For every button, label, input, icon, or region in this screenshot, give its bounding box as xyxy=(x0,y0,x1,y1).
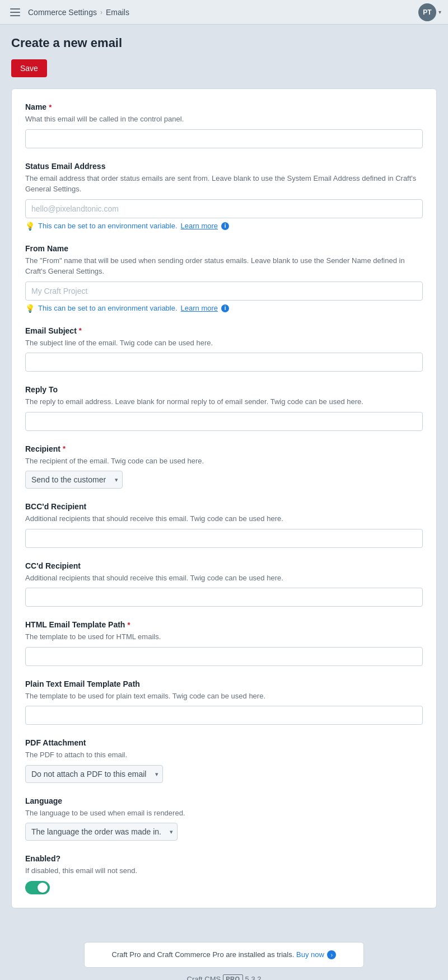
hamburger-line-2 xyxy=(10,12,20,13)
reply-to-description: The reply to email address. Leave blank … xyxy=(25,396,423,407)
recipient-label: Recipient * xyxy=(25,444,423,453)
html-template-required-star: * xyxy=(127,621,130,629)
status-email-info-icon[interactable]: i xyxy=(221,222,229,230)
enabled-toggle-wrapper xyxy=(25,881,423,894)
footer-area: Craft Pro and Craft Commerce Pro are ins… xyxy=(0,931,448,981)
from-name-field: From Name The "From" name that will be u… xyxy=(25,244,423,313)
buy-now-link[interactable]: Buy now xyxy=(296,950,324,959)
bcc-recipient-input[interactable] xyxy=(25,529,423,548)
plain-text-template-input[interactable] xyxy=(25,706,423,725)
bcc-recipient-field: BCC'd Recipient Additional recipients th… xyxy=(25,502,423,548)
plain-text-template-path-field: Plain Text Email Template Path The templ… xyxy=(25,679,423,725)
language-field: Language The language to be used when em… xyxy=(25,796,423,841)
plain-text-template-label: Plain Text Email Template Path xyxy=(25,679,423,688)
main-content: Create a new email Save Name * What this… xyxy=(0,25,448,931)
status-email-description: The email address that order status emai… xyxy=(25,173,423,195)
top-nav: Commerce Settings › Emails PT ▾ xyxy=(0,0,448,25)
recipient-select[interactable]: Send to the customer Custom recipient xyxy=(25,471,123,489)
from-name-label: From Name xyxy=(25,244,423,253)
from-name-env-hint: 💡 This can be set to an environment vari… xyxy=(25,304,423,313)
from-name-env-text: This can be set to an environment variab… xyxy=(38,304,178,312)
breadcrumb-emails: Emails xyxy=(106,8,129,17)
hamburger-line-1 xyxy=(10,8,20,10)
cc-recipient-label: CC'd Recipient xyxy=(25,561,423,570)
recipient-description: The recipient of the email. Twig code ca… xyxy=(25,456,423,467)
from-name-description: The "From" name that will be used when s… xyxy=(25,255,423,277)
trial-banner: Craft Pro and Craft Commerce Pro are ins… xyxy=(84,942,364,968)
html-template-input[interactable] xyxy=(25,647,423,666)
status-email-input[interactable] xyxy=(25,199,423,218)
name-required-star: * xyxy=(49,103,52,111)
page-title: Create a new email xyxy=(11,36,437,50)
craft-footer: Craft CMS PRO 5.3.2 xyxy=(187,974,262,980)
html-template-label: HTML Email Template Path * xyxy=(25,620,423,629)
craft-cms-label: Craft CMS xyxy=(187,975,221,981)
trial-text: Craft Pro and Craft Commerce Pro are ins… xyxy=(112,950,295,959)
email-subject-label: Email Subject * xyxy=(25,326,423,335)
cc-recipient-description: Additional recipients that should receiv… xyxy=(25,573,423,584)
status-email-env-hint: 💡 This can be set to an environment vari… xyxy=(25,222,423,231)
cc-recipient-field: CC'd Recipient Additional recipients tha… xyxy=(25,561,423,607)
hamburger-button[interactable] xyxy=(7,5,24,20)
plain-text-template-description: The template to be used for plain text e… xyxy=(25,691,423,702)
enabled-label: Enabled? xyxy=(25,854,423,863)
pdf-attachment-select[interactable]: Do not attach a PDF to this email xyxy=(25,765,163,783)
bcc-recipient-description: Additional recipients that should receiv… xyxy=(25,513,423,524)
name-field: Name * What this email will be called in… xyxy=(25,102,423,148)
toggle-knob xyxy=(38,883,48,893)
recipient-field: Recipient * The recipient of the email. … xyxy=(25,444,423,489)
pdf-attachment-select-wrapper: Do not attach a PDF to this email ▾ xyxy=(25,765,163,783)
enabled-field: Enabled? If disabled, this email will no… xyxy=(25,854,423,894)
pdf-attachment-description: The PDF to attach to this email. xyxy=(25,749,423,761)
email-subject-description: The subject line of the email. Twig code… xyxy=(25,337,423,349)
bulb-icon: 💡 xyxy=(25,222,35,231)
status-email-label: Status Email Address xyxy=(25,162,423,171)
save-button[interactable]: Save xyxy=(11,59,47,77)
email-subject-field: Email Subject * The subject line of the … xyxy=(25,326,423,372)
name-description: What this email will be called in the co… xyxy=(25,114,423,125)
html-template-path-field: HTML Email Template Path * The template … xyxy=(25,620,423,666)
email-subject-required-star: * xyxy=(79,326,82,335)
name-input[interactable] xyxy=(25,129,423,148)
language-description: The language to be used when email is re… xyxy=(25,808,423,819)
bcc-recipient-label: BCC'd Recipient xyxy=(25,502,423,511)
hamburger-line-3 xyxy=(10,15,20,16)
name-label: Name * xyxy=(25,102,423,111)
status-email-address-field: Status Email Address The email address t… xyxy=(25,162,423,231)
enabled-description: If disabled, this email will not send. xyxy=(25,865,423,876)
cc-recipient-input[interactable] xyxy=(25,588,423,607)
from-name-info-icon[interactable]: i xyxy=(221,304,229,312)
buy-now-arrow-icon: › xyxy=(327,950,336,959)
recipient-select-wrapper: Send to the customer Custom recipient ▾ xyxy=(25,471,123,489)
language-select-wrapper: The language the order was made in. ▾ xyxy=(25,823,178,841)
user-menu-button[interactable]: PT ▾ xyxy=(418,3,441,21)
breadcrumb-commerce-settings[interactable]: Commerce Settings xyxy=(28,8,97,17)
from-name-bulb-icon: 💡 xyxy=(25,304,35,313)
breadcrumb: Commerce Settings › Emails xyxy=(28,8,129,17)
craft-version: 5.3.2 xyxy=(245,975,262,981)
from-name-input[interactable] xyxy=(25,282,423,301)
pro-badge: PRO xyxy=(223,974,242,980)
reply-to-input[interactable] xyxy=(25,412,423,431)
pdf-attachment-field: PDF Attachment The PDF to attach to this… xyxy=(25,738,423,783)
reply-to-field: Reply To The reply to email address. Lea… xyxy=(25,385,423,431)
form-card: Name * What this email will be called in… xyxy=(11,88,437,908)
email-subject-input[interactable] xyxy=(25,353,423,372)
chevron-down-icon: ▾ xyxy=(438,9,441,15)
recipient-required-star: * xyxy=(63,444,66,453)
language-select[interactable]: The language the order was made in. xyxy=(25,823,178,841)
pdf-attachment-label: PDF Attachment xyxy=(25,738,423,747)
enabled-toggle[interactable] xyxy=(25,881,50,894)
status-email-env-text: This can be set to an environment variab… xyxy=(38,222,178,230)
from-name-learn-more-link[interactable]: Learn more xyxy=(181,304,218,312)
reply-to-label: Reply To xyxy=(25,385,423,394)
user-avatar: PT xyxy=(418,3,436,21)
breadcrumb-separator-1: › xyxy=(100,8,102,16)
language-label: Language xyxy=(25,796,423,805)
status-email-learn-more-link[interactable]: Learn more xyxy=(181,222,218,230)
html-template-description: The template to be used for HTML emails. xyxy=(25,631,423,643)
